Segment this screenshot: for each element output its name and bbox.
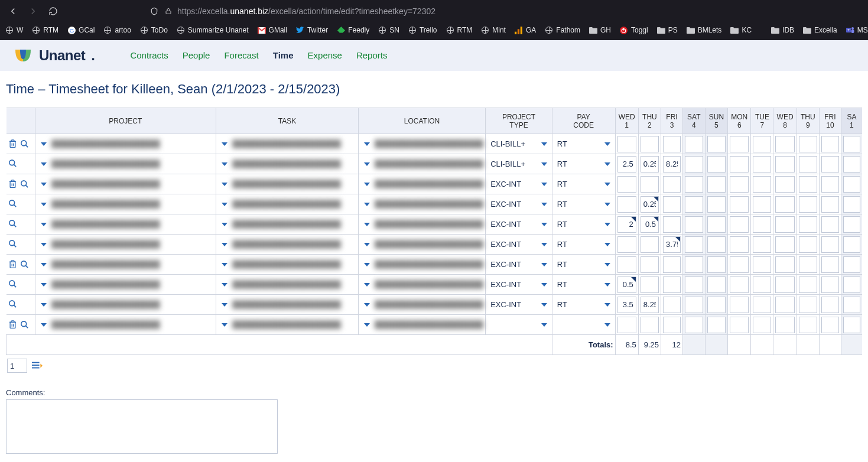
hours-input[interactable] <box>663 297 681 313</box>
hours-input[interactable] <box>663 196 681 213</box>
hours-input[interactable] <box>685 216 703 233</box>
bookmark-SN[interactable]: SN <box>378 25 399 35</box>
hours-input[interactable] <box>753 297 771 313</box>
hours-input[interactable] <box>775 276 794 293</box>
ptype-dropdown[interactable]: EXC-INT <box>487 278 550 292</box>
location-dropdown[interactable] <box>360 217 372 232</box>
row-detail-button[interactable] <box>8 158 18 169</box>
hours-input[interactable] <box>707 256 726 273</box>
hours-input[interactable] <box>685 196 703 213</box>
task-dropdown[interactable] <box>218 197 230 212</box>
location-dropdown[interactable] <box>360 137 372 151</box>
hours-input[interactable] <box>799 156 817 173</box>
bookmark-Trello[interactable]: Trello <box>408 25 437 35</box>
hours-input[interactable] <box>730 176 749 193</box>
ptype-dropdown[interactable]: CLI-BILL+ <box>487 137 550 151</box>
hours-input[interactable] <box>775 156 794 173</box>
delete-row-button[interactable] <box>8 138 18 149</box>
bookmark-PS[interactable]: PS <box>656 25 678 35</box>
hours-input[interactable] <box>799 176 817 193</box>
project-cell[interactable]: ████████████████████ <box>35 315 216 335</box>
hours-input[interactable] <box>843 216 860 233</box>
hours-input[interactable] <box>821 136 839 152</box>
hours-input[interactable] <box>843 236 860 253</box>
nav-people[interactable]: People <box>183 50 210 60</box>
project-cell[interactable]: ████████████████████ <box>35 214 216 235</box>
bookmark-Excella[interactable]: Excella <box>802 25 837 35</box>
task-cell[interactable]: ████████████████████ <box>216 154 359 174</box>
bookmark-artoo[interactable]: artoo <box>103 25 131 35</box>
delete-row-button[interactable] <box>8 259 18 269</box>
hours-input[interactable] <box>799 136 817 152</box>
bookmark-MS MVP Teams[interactable]: TMS MVP Teams <box>846 25 868 35</box>
project-dropdown[interactable] <box>37 278 49 292</box>
hours-input[interactable] <box>843 317 860 333</box>
add-rows-button[interactable] <box>32 361 43 370</box>
add-rows-count-input[interactable] <box>7 359 27 373</box>
pcode-dropdown[interactable]: RT <box>554 258 613 272</box>
delete-row-button[interactable] <box>8 178 18 189</box>
row-detail-button[interactable] <box>8 279 18 289</box>
location-dropdown[interactable] <box>360 177 372 191</box>
hours-input[interactable] <box>730 216 749 233</box>
bookmark-BMLets[interactable]: BMLets <box>686 25 722 35</box>
ptype-dropdown[interactable]: EXC-INT <box>487 298 550 312</box>
nav-expense[interactable]: Expense <box>308 50 342 60</box>
hours-input[interactable] <box>663 156 681 173</box>
hours-input[interactable] <box>685 276 703 293</box>
hours-input[interactable] <box>617 196 636 213</box>
project-cell[interactable]: ████████████████████ <box>35 275 216 295</box>
note-indicator-icon[interactable] <box>654 217 658 222</box>
task-cell[interactable]: ████████████████████ <box>216 275 359 295</box>
hours-input[interactable] <box>730 156 749 173</box>
hours-input[interactable] <box>821 256 839 273</box>
row-detail-button[interactable] <box>19 138 30 149</box>
task-dropdown[interactable] <box>218 217 230 232</box>
bookmark-ToDo[interactable]: ToDo <box>139 25 168 35</box>
location-cell[interactable]: ████████████████████ <box>358 255 485 275</box>
bookmark-Mint[interactable]: Mint <box>480 25 506 35</box>
bookmark-Feedly[interactable]: Feedly <box>336 25 369 35</box>
hours-input[interactable] <box>799 256 817 273</box>
address-bar[interactable]: https://excella.unanet.biz/excella/actio… <box>145 2 441 20</box>
hours-input[interactable] <box>775 176 794 193</box>
bookmark-KC[interactable]: KC <box>730 25 752 35</box>
location-dropdown[interactable] <box>360 298 372 312</box>
hours-input[interactable] <box>843 256 860 273</box>
hours-input[interactable] <box>663 136 681 152</box>
location-cell[interactable]: ████████████████████ <box>358 214 485 235</box>
bookmark-GCal[interactable]: GGCal <box>67 25 95 35</box>
hours-input[interactable] <box>730 297 749 313</box>
task-cell[interactable]: ████████████████████ <box>216 214 359 235</box>
pcode-dropdown[interactable]: RT <box>554 298 613 312</box>
hours-input[interactable] <box>641 256 659 273</box>
row-detail-button[interactable] <box>19 178 30 189</box>
note-indicator-icon[interactable] <box>631 217 636 222</box>
hours-input[interactable] <box>707 276 726 293</box>
ptype-dropdown[interactable]: EXC-INT <box>487 177 550 191</box>
hours-input[interactable] <box>799 196 817 213</box>
note-indicator-icon[interactable] <box>654 197 658 201</box>
bookmark-Fathom[interactable]: Fathom <box>544 25 580 35</box>
bookmark-GA[interactable]: GA <box>514 25 536 35</box>
hours-input[interactable] <box>821 196 839 213</box>
hours-input[interactable] <box>799 236 817 253</box>
hours-input[interactable] <box>775 196 794 213</box>
task-dropdown[interactable] <box>218 157 230 171</box>
hours-input[interactable] <box>617 176 636 193</box>
hours-input[interactable] <box>663 276 681 293</box>
nav-forecast[interactable]: Forecast <box>224 50 258 60</box>
pcode-dropdown[interactable]: RT <box>554 177 613 191</box>
note-indicator-icon[interactable] <box>675 237 680 242</box>
hours-input[interactable] <box>775 297 794 313</box>
nav-contracts[interactable]: Contracts <box>131 50 168 60</box>
hours-input[interactable] <box>821 276 839 293</box>
hours-input[interactable] <box>707 297 726 313</box>
hours-input[interactable] <box>641 176 659 193</box>
task-dropdown[interactable] <box>218 177 230 191</box>
project-cell[interactable]: ████████████████████ <box>35 295 216 315</box>
hours-input[interactable] <box>821 297 839 313</box>
hours-input[interactable] <box>663 256 681 273</box>
location-cell[interactable]: ████████████████████ <box>358 134 485 154</box>
bookmark-RTM[interactable]: RTM <box>31 25 58 35</box>
